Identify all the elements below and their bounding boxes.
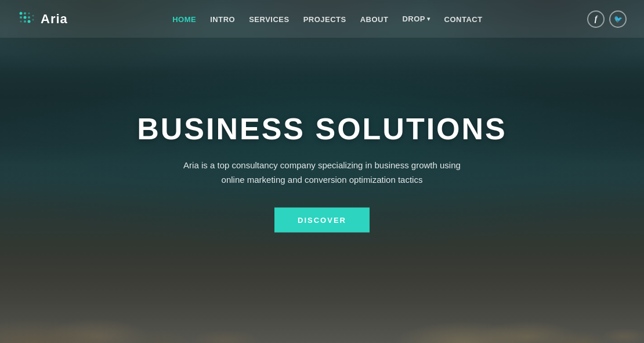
svg-point-3 (20, 16, 22, 19)
svg-point-2 (28, 12, 30, 14)
nav-item-projects[interactable]: PROJECTS (303, 14, 346, 24)
svg-point-10 (32, 19, 34, 20)
svg-point-8 (28, 20, 31, 23)
logo[interactable]: Aria (17, 10, 68, 28)
facebook-button[interactable]: f (587, 10, 605, 28)
logo-text: Aria (41, 12, 68, 27)
svg-point-7 (24, 20, 26, 23)
svg-point-4 (24, 16, 27, 19)
hero-subtitle: Aria is a top consultancy company specia… (119, 157, 525, 187)
svg-point-0 (20, 12, 23, 15)
nav-link-projects[interactable]: PROJECTS (303, 15, 346, 24)
nav-item-about[interactable]: ABOUT (360, 14, 389, 24)
nav-item-home[interactable]: HOME (172, 14, 196, 24)
social-icons: f 🐦 (587, 10, 627, 28)
logo-icon (17, 10, 36, 28)
discover-button[interactable]: DISCOVER (274, 207, 370, 232)
svg-point-6 (20, 20, 22, 22)
hero-content: BUSINESS SOLUTIONS Aria is a top consult… (119, 111, 525, 232)
nav-links: HOME INTRO SERVICES PROJECTS ABOUT DROP … (172, 14, 482, 24)
twitter-icon: 🐦 (614, 15, 623, 23)
svg-point-1 (24, 12, 26, 15)
svg-point-9 (32, 15, 34, 16)
nav-link-drop[interactable]: DROP ▾ (402, 15, 430, 23)
nav-link-home[interactable]: HOME (172, 15, 196, 24)
nav-item-contact[interactable]: CONTACT (444, 14, 483, 24)
facebook-icon: f (595, 15, 598, 24)
twitter-button[interactable]: 🐦 (609, 10, 627, 28)
nav-item-drop[interactable]: DROP ▾ (402, 15, 430, 23)
navbar: Aria HOME INTRO SERVICES PROJECTS ABOUT … (0, 0, 644, 38)
nav-link-about[interactable]: ABOUT (360, 15, 389, 24)
nav-link-intro[interactable]: INTRO (210, 15, 235, 24)
chevron-down-icon: ▾ (427, 16, 430, 22)
nav-item-services[interactable]: SERVICES (249, 14, 290, 24)
nav-link-services[interactable]: SERVICES (249, 15, 290, 24)
nav-link-contact[interactable]: CONTACT (444, 15, 483, 24)
svg-point-5 (28, 16, 30, 19)
hero-title: BUSINESS SOLUTIONS (119, 111, 525, 146)
nav-item-intro[interactable]: INTRO (210, 14, 235, 24)
